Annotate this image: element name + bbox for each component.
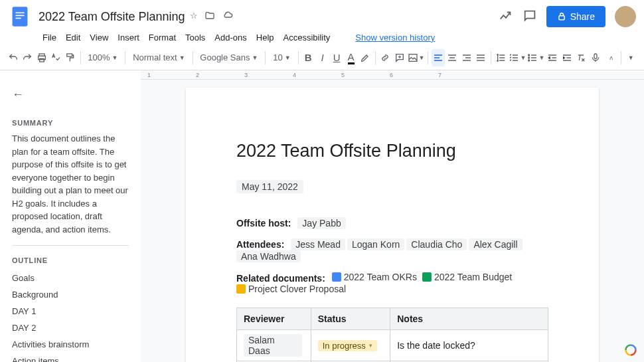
- related-row: Related documents: 2022 Team OKRs2022 Te…: [236, 272, 548, 296]
- ruler-tick: 1: [147, 72, 151, 78]
- line-spacing-button[interactable]: [495, 49, 508, 66]
- folder-icon[interactable]: [204, 11, 215, 23]
- outline-heading: OUTLINE: [12, 256, 129, 264]
- date-chip[interactable]: May 11, 2022: [236, 180, 303, 193]
- document-canvas[interactable]: 2022 Team Offsite Planning May 11, 2022 …: [141, 80, 644, 362]
- attendee-chip[interactable]: Alex Cagill: [469, 238, 522, 250]
- clear-format-button[interactable]: [574, 49, 588, 66]
- host-chip[interactable]: Jay Pabb: [297, 217, 345, 229]
- indent-decrease-button[interactable]: [546, 49, 559, 66]
- menu-view[interactable]: View: [86, 31, 112, 44]
- svg-rect-2: [15, 15, 24, 17]
- menu-insert[interactable]: Insert: [114, 31, 143, 44]
- menu-file[interactable]: File: [39, 31, 60, 44]
- docs-logo-icon[interactable]: [8, 5, 32, 29]
- related-doc-chip[interactable]: 2022 Team Budget: [422, 272, 512, 282]
- ruler[interactable]: 1234567: [141, 70, 644, 80]
- doc-icon: [236, 284, 246, 294]
- document-title[interactable]: 2022 Team Offsite Planning: [39, 10, 185, 24]
- highlight-button[interactable]: [359, 49, 372, 66]
- ruler-tick: 4: [293, 72, 296, 78]
- svg-rect-3: [15, 18, 21, 19]
- attendee-chip[interactable]: Logan Korn: [347, 238, 404, 250]
- align-left-button[interactable]: [432, 49, 445, 66]
- paint-format-button[interactable]: [64, 49, 77, 66]
- zoom-dropdown[interactable]: 100%▼: [84, 49, 121, 66]
- summary-heading: SUMMARY: [12, 119, 129, 127]
- analytics-icon[interactable]: [499, 9, 513, 25]
- notes-cell[interactable]: Is the date locked?: [390, 330, 548, 361]
- host-row: Offsite host: Jay Pabb: [236, 217, 548, 229]
- outline-item[interactable]: Activities brainstorm: [12, 336, 129, 353]
- spellcheck-button[interactable]: [50, 49, 63, 66]
- attendee-chip[interactable]: Ana Wadhwa: [236, 250, 301, 262]
- menu-addons[interactable]: Add-ons: [210, 31, 250, 44]
- reviewer-chip[interactable]: Salam Daas: [244, 334, 302, 357]
- related-doc-chip[interactable]: 2022 Team OKRs: [332, 272, 417, 282]
- page-title[interactable]: 2022 Team Offsite Planning: [236, 141, 548, 161]
- style-dropdown[interactable]: Normal text▼: [129, 49, 189, 66]
- menu-tools[interactable]: Tools: [181, 31, 209, 44]
- reviewer-table: ReviewerStatusNotes Salam DaasIn progres…: [236, 308, 548, 362]
- bold-button[interactable]: B: [301, 49, 315, 66]
- sidebar-back-icon[interactable]: ←: [12, 88, 24, 102]
- svg-point-12: [528, 60, 530, 61]
- checklist-button[interactable]: ▼: [509, 49, 526, 66]
- bulleted-list-button[interactable]: ▼: [527, 49, 544, 66]
- outline-item[interactable]: DAY 2: [12, 319, 129, 336]
- ruler-tick: 6: [390, 72, 393, 78]
- table-header: Status: [311, 308, 390, 330]
- link-button[interactable]: [379, 49, 392, 66]
- attendee-chip[interactable]: Jess Mead: [291, 238, 345, 250]
- page[interactable]: 2022 Team Offsite Planning May 11, 2022 …: [186, 88, 599, 362]
- text-color-button[interactable]: A: [345, 49, 358, 66]
- align-center-button[interactable]: [446, 49, 459, 66]
- font-dropdown[interactable]: Google Sans▼: [196, 49, 262, 66]
- cloud-icon[interactable]: [222, 11, 234, 23]
- svg-rect-8: [66, 54, 72, 56]
- indent-increase-button[interactable]: [560, 49, 574, 66]
- comments-icon[interactable]: [523, 9, 537, 25]
- avatar[interactable]: [615, 6, 636, 27]
- status-chip[interactable]: In progress ▾: [318, 340, 377, 351]
- menu-edit[interactable]: Edit: [62, 31, 84, 44]
- svg-rect-13: [594, 54, 597, 58]
- italic-button[interactable]: I: [316, 49, 329, 66]
- menu-accessibility[interactable]: Accessibility: [280, 31, 335, 44]
- print-button[interactable]: [35, 49, 48, 66]
- summary-text: This document outlines the plan for a te…: [12, 132, 129, 246]
- menu-format[interactable]: Format: [145, 31, 180, 44]
- outline-item[interactable]: Action items: [12, 353, 129, 362]
- redo-button[interactable]: [21, 49, 35, 66]
- share-label: Share: [570, 11, 595, 22]
- svg-point-10: [528, 54, 530, 56]
- version-history-link[interactable]: Show version history: [351, 31, 439, 44]
- comment-button[interactable]: [393, 49, 406, 66]
- table-header: Reviewer: [237, 308, 311, 330]
- google-logo-icon: [624, 343, 637, 357]
- star-icon[interactable]: ☆: [190, 11, 198, 23]
- related-label: Related documents:: [236, 273, 325, 284]
- ruler-tick: 2: [196, 72, 199, 78]
- outline-item[interactable]: DAY 1: [12, 303, 129, 319]
- related-doc-chip[interactable]: Project Clover Proposal: [236, 284, 346, 294]
- svg-point-11: [528, 57, 530, 58]
- align-right-button[interactable]: [460, 49, 473, 66]
- outline-item[interactable]: Background: [12, 286, 129, 303]
- toolbar: 100%▼ Normal text▼ Google Sans▼ 10▼ B I …: [0, 45, 644, 70]
- menu-help[interactable]: Help: [252, 31, 278, 44]
- doc-icon: [422, 272, 432, 282]
- undo-button[interactable]: [7, 49, 20, 66]
- attendee-chip[interactable]: Claudia Cho: [406, 238, 467, 250]
- share-button[interactable]: Share: [546, 6, 605, 27]
- outline-item[interactable]: Goals: [12, 270, 129, 286]
- table-row: Salam DaasIn progress ▾Is the date locke…: [237, 330, 548, 361]
- voice-typing-button[interactable]: [589, 49, 602, 66]
- image-button[interactable]: ▼: [408, 49, 425, 66]
- underline-button[interactable]: U: [330, 49, 343, 66]
- mode-dropdown[interactable]: ▼: [625, 49, 638, 66]
- align-justify-button[interactable]: [475, 49, 488, 66]
- expand-button[interactable]: ʌ: [604, 49, 617, 66]
- ruler-tick: 3: [244, 72, 248, 78]
- font-size-dropdown[interactable]: 10▼: [269, 49, 294, 66]
